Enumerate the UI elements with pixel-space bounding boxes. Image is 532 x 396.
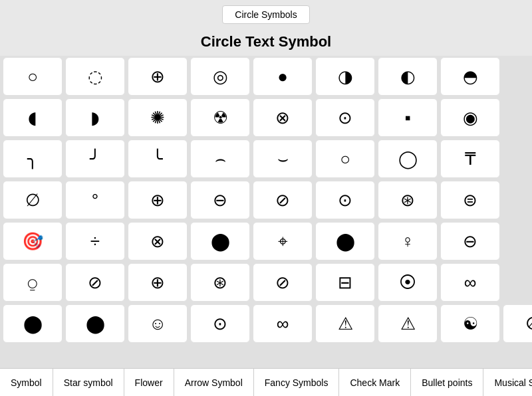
bottom-nav-item-symbol[interactable]: Symbol	[0, 369, 53, 396]
symbol-cell[interactable]: ∅	[3, 181, 63, 219]
symbol-cell[interactable]: ○	[3, 57, 63, 96]
symbol-cell[interactable]: ⊘	[253, 263, 313, 302]
symbol-cell[interactable]: ☢	[190, 98, 250, 137]
symbol-cell[interactable]: ⚠	[315, 304, 375, 343]
symbol-cell[interactable]: ⬤	[190, 222, 250, 260]
symbol-row: ⬤⬤☺⊙∞⚠⚠☯☮	[0, 303, 532, 344]
symbol-cell[interactable]: ◖	[3, 98, 63, 137]
symbol-cell[interactable]: ●	[253, 57, 313, 96]
symbol-cell[interactable]: ⍜	[3, 263, 63, 302]
symbol-row: ⍜⊘⊕⊛⊘⊟⦿∞	[0, 262, 532, 303]
symbol-cell[interactable]: ⊕	[128, 181, 188, 219]
symbol-cell[interactable]: ◯	[378, 140, 438, 178]
symbol-cell[interactable]: ⌣	[253, 140, 313, 178]
symbol-cell[interactable]: ⊜	[440, 181, 500, 219]
symbol-cell[interactable]: ◌	[65, 57, 125, 96]
symbol-cell[interactable]: °	[65, 181, 125, 219]
symbol-cell[interactable]: ╰	[128, 140, 188, 178]
symbol-cell[interactable]: ◓	[440, 57, 500, 96]
symbol-cell[interactable]: ⊕	[128, 57, 188, 96]
bottom-nav-item-star-symbol[interactable]: Star symbol	[53, 369, 124, 396]
symbol-cell[interactable]: ╯	[65, 140, 125, 178]
bottom-nav-item-check-mark[interactable]: Check Mark	[339, 369, 411, 396]
symbol-cell[interactable]: ⊛	[190, 263, 250, 302]
symbol-cell[interactable]: ⚠	[378, 304, 438, 343]
circle-symbols-tab[interactable]: Circle Symbols	[222, 5, 309, 24]
symbol-cell[interactable]: ✺	[128, 98, 188, 137]
symbol-cell[interactable]: ⌢	[190, 140, 250, 178]
symbol-cell[interactable]: ╮	[3, 140, 63, 178]
symbol-cell[interactable]: ⦿	[378, 263, 438, 302]
symbol-cell[interactable]: ⊕	[128, 263, 188, 302]
symbol-cell[interactable]: ☺	[128, 304, 188, 343]
symbol-cell[interactable]: ₸	[440, 140, 500, 178]
symbol-cell[interactable]: 🎯	[3, 222, 63, 260]
bottom-nav: SymbolStar symbolFlowerArrow SymbolFancy…	[0, 368, 532, 396]
symbol-row: ╮╯╰⌢⌣○◯₸	[0, 138, 532, 179]
bottom-nav-item-bullet-points[interactable]: Bullet points	[411, 369, 483, 396]
symbol-cell[interactable]: ⬤	[3, 304, 63, 343]
symbol-cell[interactable]: ⊘	[65, 263, 125, 302]
top-tab-bar: Circle Symbols	[0, 0, 532, 27]
symbol-row: ○◌⊕◎●◑◐◓	[0, 56, 532, 97]
bottom-nav-item-arrow-symbol[interactable]: Arrow Symbol	[174, 369, 254, 396]
symbol-cell[interactable]: ☯	[440, 304, 500, 343]
page-title: Circle Text Symbol	[0, 27, 532, 56]
symbol-cell[interactable]: ◑	[315, 57, 375, 96]
symbol-cell[interactable]: ⊙	[190, 304, 250, 343]
symbol-cell[interactable]: ⊛	[378, 181, 438, 219]
symbol-cell[interactable]: ⬤	[65, 304, 125, 343]
symbol-cell[interactable]: ⊖	[440, 222, 500, 260]
symbol-cell[interactable]: ◉	[440, 98, 500, 137]
symbol-cell[interactable]: ⊘	[253, 181, 313, 219]
symbol-cell[interactable]: ○	[315, 140, 375, 178]
symbol-row: 🎯÷⊗⬤⌖⬤♀⊖	[0, 221, 532, 262]
symbol-cell[interactable]: ♀	[378, 222, 438, 260]
symbol-cell[interactable]: ÷	[65, 222, 125, 260]
symbol-cell[interactable]: ∞	[440, 263, 500, 302]
symbol-cell[interactable]: ⊟	[315, 263, 375, 302]
symbol-cell[interactable]: ☮	[503, 304, 532, 343]
symbol-cell[interactable]: ▪	[378, 98, 438, 137]
bottom-nav-item-musical-symbols[interactable]: Musical Symbols	[483, 369, 532, 396]
symbol-cell[interactable]: ⊙	[315, 181, 375, 219]
symbol-row: ∅°⊕⊖⊘⊙⊛⊜	[0, 179, 532, 221]
symbol-cell[interactable]: ⊗	[253, 98, 313, 137]
symbol-cell[interactable]: ⬤	[315, 222, 375, 260]
bottom-nav-item-flower[interactable]: Flower	[124, 369, 174, 396]
symbol-cell[interactable]: ⊖	[190, 181, 250, 219]
symbols-grid: ○◌⊕◎●◑◐◓◖◗✺☢⊗⊙▪◉╮╯╰⌢⌣○◯₸∅°⊕⊖⊘⊙⊛⊜🎯÷⊗⬤⌖⬤♀⊖…	[0, 56, 532, 368]
symbol-cell[interactable]: ∞	[253, 304, 313, 343]
symbol-cell[interactable]: ⊙	[315, 98, 375, 137]
symbol-cell[interactable]: ◗	[65, 98, 125, 137]
symbol-cell[interactable]: ◎	[190, 57, 250, 96]
symbol-cell[interactable]: ⊗	[128, 222, 188, 260]
bottom-nav-item-fancy-symbols[interactable]: Fancy Symbols	[254, 369, 340, 396]
symbol-row: ◖◗✺☢⊗⊙▪◉	[0, 97, 532, 138]
symbol-cell[interactable]: ⌖	[253, 222, 313, 260]
symbol-cell[interactable]: ◐	[378, 57, 438, 96]
